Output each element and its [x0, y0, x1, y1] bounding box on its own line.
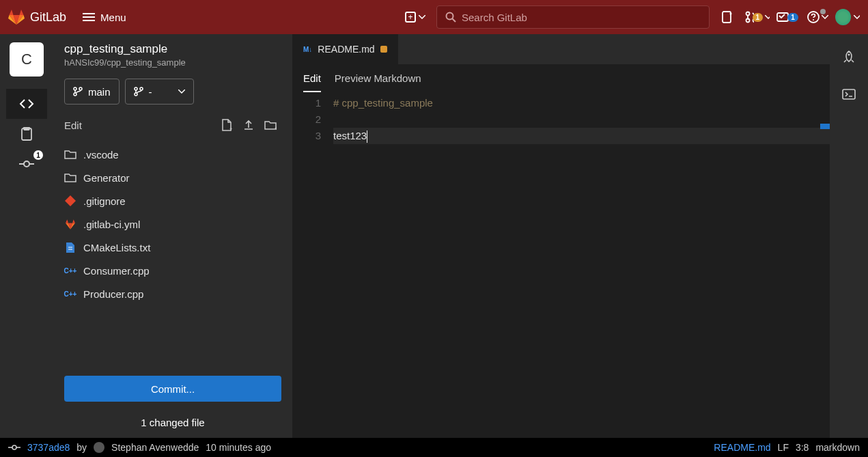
file-item-text[interactable]: CMakeLists.txt — [53, 236, 292, 259]
mode-tab-preview[interactable]: Preview Markdown — [335, 72, 421, 92]
line-gutter: 1 2 3 — [292, 92, 333, 438]
svg-point-4 — [746, 12, 750, 16]
search-input[interactable]: Search GitLab — [436, 5, 710, 29]
new-folder-icon: + — [264, 120, 277, 130]
branch-compare-select[interactable]: - — [125, 79, 194, 105]
overview-ruler-mark — [820, 124, 830, 129]
svg-point-18 — [135, 87, 137, 90]
sidebar: C 1 cpp_testing_sample hANSIc99/cpp_test… — [0, 34, 292, 438]
commit-button[interactable]: Commit... — [64, 376, 281, 402]
new-file-icon: + — [221, 119, 232, 131]
project-path: hANSIc99/cpp_testing_sample — [64, 57, 281, 68]
file-name: Generator — [83, 172, 130, 184]
code-editor[interactable]: 1 2 3 # cpp_testing_sample test123 — [292, 92, 830, 438]
file-item-gitlab-ci[interactable]: .gitlab-ci.yml — [53, 212, 292, 236]
editor-area: M↓ README.md Edit Preview Markdown 1 2 3… — [292, 34, 830, 438]
status-language[interactable]: markdown — [815, 442, 860, 453]
project-title[interactable]: cpp_testing_sample — [64, 42, 281, 56]
mode-tab-edit[interactable]: Edit — [303, 72, 321, 92]
svg-rect-2 — [723, 12, 731, 23]
folder-icon — [64, 148, 76, 161]
file-item-folder[interactable]: .vscode — [53, 143, 292, 166]
cpp-icon: C++ — [64, 264, 76, 277]
file-name: CMakeLists.txt — [83, 242, 150, 253]
branch-select[interactable]: main — [64, 79, 120, 105]
svg-point-3 — [730, 13, 732, 15]
status-file[interactable]: README.md — [714, 442, 770, 453]
code-icon — [19, 96, 34, 111]
cpp-icon: C++ — [64, 288, 76, 300]
edit-label: Edit — [64, 120, 82, 131]
icon-rail: C 1 — [0, 34, 53, 438]
commit-count-badge: 1 — [33, 150, 43, 160]
branch-row: main - — [53, 73, 292, 110]
file-name: Producer.cpp — [83, 288, 143, 300]
commit-area: Commit... — [53, 368, 292, 410]
new-dropdown[interactable]: + — [400, 9, 431, 25]
upload-button[interactable] — [238, 114, 260, 136]
code-lines: # cpp_testing_sample test123 — [333, 92, 830, 438]
file-item-gitignore[interactable]: .gitignore — [53, 189, 292, 212]
user-menu[interactable] — [835, 5, 860, 29]
file-name: .gitignore — [83, 195, 126, 207]
statusbar: 3737ade8 by Stephan Avenwedde 10 minutes… — [0, 438, 868, 457]
branch-icon — [134, 87, 143, 96]
project-header: cpp_testing_sample hANSIc99/cpp_testing_… — [53, 34, 292, 73]
svg-line-1 — [453, 19, 456, 23]
file-item-cpp[interactable]: C++Producer.cpp — [53, 282, 292, 305]
rail-review[interactable] — [6, 119, 47, 149]
svg-point-16 — [74, 93, 76, 96]
pipelines-button[interactable] — [842, 51, 856, 64]
avatar-icon — [835, 9, 851, 25]
help-icon[interactable] — [805, 5, 830, 29]
merge-requests-icon[interactable]: 1 — [745, 5, 770, 29]
todos-icon[interactable]: 1 — [775, 5, 800, 29]
menu-button[interactable]: Menu — [83, 12, 126, 23]
plus-icon: + — [405, 12, 416, 23]
code-line-3: test123 — [333, 130, 367, 141]
svg-point-23 — [848, 54, 850, 56]
rail-commit[interactable]: 1 — [6, 149, 47, 179]
help-dot — [820, 9, 826, 14]
file-text-icon — [64, 241, 76, 253]
git-icon — [64, 195, 76, 207]
issues-icon[interactable] — [715, 5, 740, 29]
right-rail — [830, 34, 868, 438]
cursor — [367, 130, 367, 143]
folder-icon — [64, 171, 76, 184]
file-name: .gitlab-ci.yml — [83, 219, 140, 230]
branch-name: main — [88, 86, 111, 98]
main-content: C 1 cpp_testing_sample hANSIc99/cpp_test… — [0, 34, 868, 438]
svg-text:+: + — [229, 126, 232, 131]
gitlab-brand[interactable]: GitLab — [30, 10, 66, 25]
tab-filename: README.md — [318, 44, 374, 55]
commit-icon — [19, 156, 34, 171]
new-file-button[interactable]: + — [216, 114, 238, 136]
chevron-down-icon — [178, 89, 185, 94]
file-name: .vscode — [83, 149, 119, 161]
rail-edit[interactable] — [6, 89, 47, 119]
gitlab-icon — [64, 218, 76, 230]
file-item-cpp[interactable]: C++Consumer.cpp — [53, 259, 292, 282]
search-placeholder: Search GitLab — [462, 12, 527, 23]
sidebar-main: cpp_testing_sample hANSIc99/cpp_testing_… — [53, 34, 292, 438]
status-position[interactable]: 3:8 — [796, 442, 809, 453]
terminal-button[interactable] — [842, 89, 856, 100]
chevron-down-icon — [822, 15, 828, 19]
file-list[interactable]: .vscode Generator .gitignore .gitlab-ci.… — [53, 140, 292, 368]
commit-hash[interactable]: 3737ade8 — [27, 442, 70, 453]
upload-icon — [243, 120, 254, 130]
author-name: Stephan Avenwedde — [111, 442, 199, 453]
svg-point-17 — [79, 87, 82, 90]
svg-point-12 — [24, 161, 29, 167]
file-item-folder[interactable]: Generator — [53, 166, 292, 189]
status-eol[interactable]: LF — [778, 442, 789, 453]
svg-point-9 — [813, 19, 814, 20]
code-line-1: # cpp_testing_sample — [333, 97, 433, 109]
file-name: Consumer.cpp — [83, 265, 150, 277]
new-folder-button[interactable]: + — [260, 114, 281, 136]
chevron-down-icon — [854, 15, 860, 19]
file-tab[interactable]: M↓ README.md — [292, 34, 398, 64]
project-logo[interactable]: C — [10, 42, 44, 77]
search-icon — [445, 12, 456, 23]
